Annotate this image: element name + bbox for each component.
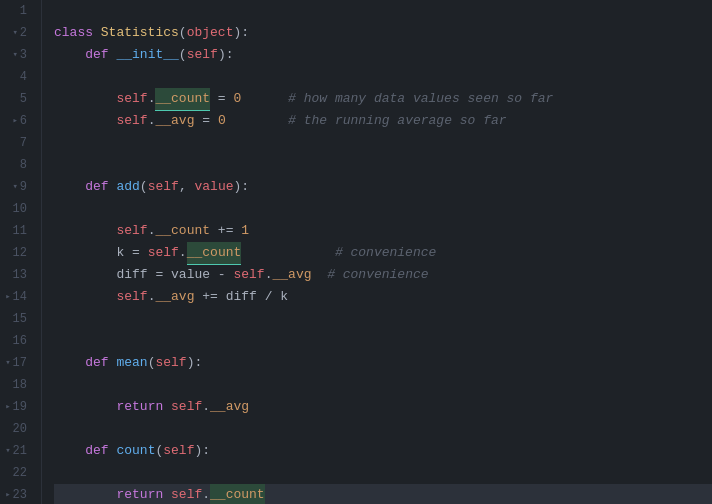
line-10 (54, 198, 712, 220)
self-kw: self (233, 264, 264, 286)
func-init: __init__ (116, 44, 178, 66)
line-6: self.__avg = 0 # the running average so … (54, 110, 712, 132)
gutter-12: 12 (0, 242, 33, 264)
gutter-2: ▾2 (0, 22, 33, 44)
line-21: def count(self): (54, 440, 712, 462)
self-kw: self (116, 88, 147, 110)
line-13: diff = value - self.__avg # convenience (54, 264, 712, 286)
dunder-count-3: __count (187, 242, 242, 265)
func-mean: mean (116, 352, 147, 374)
indent (54, 286, 116, 308)
func-count: count (116, 440, 155, 462)
punct: ( (140, 176, 148, 198)
op: / (257, 286, 280, 308)
gutter-20: 20 (0, 418, 33, 440)
comment-13: # convenience (327, 264, 428, 286)
punct: ): (194, 440, 210, 462)
gutter-15: 15 (0, 308, 33, 330)
op: += (210, 220, 241, 242)
line-11: self.__count += 1 (54, 220, 712, 242)
line-8 (54, 154, 712, 176)
dunder-avg-4: __avg (210, 396, 249, 418)
gutter-14: ▸14 (0, 286, 33, 308)
self-kw: self (148, 176, 179, 198)
line-14: self.__avg += diff / k (54, 286, 712, 308)
gutter-16: 16 (0, 330, 33, 352)
gutter-11: 11 (0, 220, 33, 242)
op: = (148, 264, 171, 286)
spacing (226, 110, 288, 132)
var-diff: diff (116, 264, 147, 286)
gutter-9: ▾9 (0, 176, 33, 198)
gutter-18: 18 (0, 374, 33, 396)
line-16 (54, 330, 712, 352)
line-5: self.__count = 0 # how many data values … (54, 88, 712, 110)
line-7 (54, 132, 712, 154)
self-kw: self (171, 396, 202, 418)
punct: ): (234, 176, 250, 198)
dunder-avg-3: __avg (155, 286, 194, 308)
keyword-def-4: def (85, 440, 116, 462)
self-kw: self (171, 484, 202, 504)
punct: ): (187, 352, 203, 374)
keyword-def: def (85, 44, 116, 66)
line-22 (54, 462, 712, 484)
indent (54, 88, 116, 110)
var-k: k (116, 242, 124, 264)
punct: . (265, 264, 273, 286)
indent (54, 264, 116, 286)
gutter-13: 13 (0, 264, 33, 286)
indent (54, 44, 85, 66)
keyword-return: return (116, 396, 171, 418)
line-19: return self.__avg (54, 396, 712, 418)
punct: ( (179, 22, 187, 44)
indent (54, 220, 116, 242)
indent (54, 242, 116, 264)
param-value: value (194, 176, 233, 198)
dunder-avg: __avg (155, 110, 194, 132)
gutter-6: ▸6 (0, 110, 33, 132)
gutter-10: 10 (0, 198, 33, 220)
code-content[interactable]: class Statistics(object): def __init__(s… (42, 0, 712, 504)
punct: ): (233, 22, 249, 44)
gutter-1: 1 (0, 0, 33, 22)
param-self: self (187, 44, 218, 66)
line-20 (54, 418, 712, 440)
dunder-count-1: __count (155, 88, 210, 111)
gutter-19: ▸19 (0, 396, 33, 418)
line-18 (54, 374, 712, 396)
gutter-7: 7 (0, 132, 33, 154)
gutter-21: ▾21 (0, 440, 33, 462)
punct: ): (218, 44, 234, 66)
gutter-3: ▾3 (0, 44, 33, 66)
self-kw: self (116, 286, 147, 308)
punct: . (179, 242, 187, 264)
gutter-17: ▾17 (0, 352, 33, 374)
keyword-def-2: def (85, 176, 116, 198)
line-3: def __init__(self): (54, 44, 712, 66)
indent (54, 176, 85, 198)
comment-5: # how many data values seen so far (288, 88, 553, 110)
var-k-2: k (280, 286, 288, 308)
punct: ( (155, 440, 163, 462)
self-kw: self (163, 440, 194, 462)
comment-6: # the running average so far (288, 110, 506, 132)
line-4 (54, 66, 712, 88)
line-1 (54, 0, 712, 22)
code-editor: 1 ▾2 ▾3 4 5 ▸6 7 8 ▾9 10 11 12 13 ▸14 15… (0, 0, 712, 504)
keyword-def-3: def (85, 352, 116, 374)
keyword-class: class (54, 22, 101, 44)
num: 0 (233, 88, 241, 110)
line-numbers: 1 ▾2 ▾3 4 5 ▸6 7 8 ▾9 10 11 12 13 ▸14 15… (0, 0, 42, 504)
spacing (241, 242, 335, 264)
line-17: def mean(self): (54, 352, 712, 374)
var-diff-2: diff (226, 286, 257, 308)
gutter-23: ▸23 (0, 484, 33, 504)
line-9: def add(self, value): (54, 176, 712, 198)
line-2: class Statistics(object): (54, 22, 712, 44)
dunder-count-4: __count (210, 484, 265, 505)
op: = (194, 110, 217, 132)
class-name: Statistics (101, 22, 179, 44)
indent (54, 440, 85, 462)
punct: ( (148, 352, 156, 374)
